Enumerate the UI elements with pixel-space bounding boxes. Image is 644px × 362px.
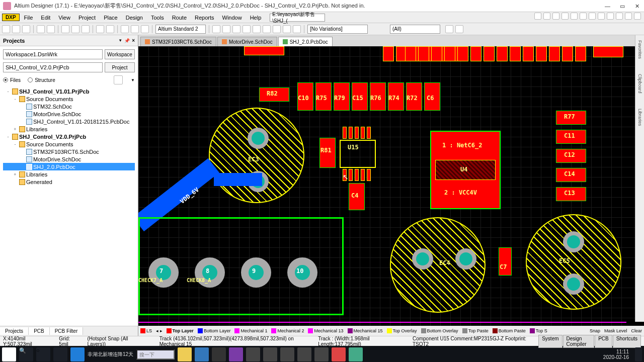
layer-mech13[interactable]: Mechanical 13	[308, 328, 343, 333]
tb-variations-combo[interactable]: [No Variations]	[307, 25, 368, 34]
tb-place-poly[interactable]	[283, 25, 291, 33]
layer-mech1[interactable]: Mechanical 1	[234, 328, 267, 333]
menu-view[interactable]: View	[55, 14, 74, 22]
tab-clipboard[interactable]: Clipboard	[637, 74, 642, 94]
task-icon[interactable]	[314, 347, 329, 361]
panel-pin-icon[interactable]: 📌	[124, 38, 130, 43]
tb-units[interactable]	[141, 25, 149, 33]
start-button[interactable]	[2, 347, 16, 361]
altium-icon[interactable]	[246, 347, 260, 361]
maximize-button[interactable]: ▭	[620, 3, 626, 9]
layer-mech15[interactable]: Mechanical 15	[348, 328, 383, 333]
onenote-icon[interactable]	[229, 347, 243, 361]
tb-place-track[interactable]	[232, 25, 240, 33]
menu-design[interactable]: Design	[122, 14, 146, 22]
task-icon[interactable]	[332, 347, 346, 361]
panel-drop-icon[interactable]: ▼	[118, 38, 122, 43]
ie-icon[interactable]	[195, 347, 209, 361]
tab-pcb-filter[interactable]: PCB Filter	[50, 327, 84, 335]
panel-close-icon[interactable]: ×	[132, 38, 135, 43]
edge-icon[interactable]	[70, 347, 85, 361]
tree-item[interactable]: -Source Documents	[3, 95, 135, 103]
tree-item[interactable]: STM32F103RCT6.SchDoc	[3, 148, 135, 155]
tb-filter-combo[interactable]: (All)	[390, 25, 440, 34]
project-button[interactable]: Project	[105, 62, 135, 72]
tb-icon[interactable]	[625, 13, 632, 20]
tb-undo[interactable]	[96, 25, 104, 33]
tb-place-dim[interactable]	[293, 25, 301, 33]
tb-icon[interactable]	[598, 13, 605, 20]
layer-bottom-overlay[interactable]: Bottom Overlay	[421, 328, 458, 333]
tb-icon[interactable]	[552, 13, 559, 20]
menu-help[interactable]: Help	[247, 14, 265, 22]
workspace-combo[interactable]: Workspace1.DsnWrk	[3, 49, 103, 59]
clear-button[interactable]: Clear	[631, 328, 642, 333]
tab-projects[interactable]: Projects	[0, 327, 29, 335]
tb-icon[interactable]	[580, 13, 587, 20]
layer-mech2[interactable]: Mechanical 2	[271, 328, 304, 333]
layer-bottom[interactable]: Bottom Layer	[198, 328, 231, 333]
pcb-canvas[interactable]: R82 C10 R75 R79 C15 R76 R74 R72 C6 R81 U…	[138, 46, 644, 326]
menu-reports[interactable]: Reports	[191, 14, 218, 22]
minimize-button[interactable]: —	[605, 3, 611, 9]
tree-item[interactable]: MotorDrive.SchDoc	[3, 155, 135, 163]
tb-icon[interactable]	[534, 13, 541, 20]
tb-new[interactable]	[2, 25, 10, 33]
sys-tab-pcb[interactable]: PCB	[595, 335, 612, 348]
tb-icon[interactable]	[616, 13, 623, 20]
mask-level-button[interactable]: Mask Level	[604, 328, 627, 333]
structure-radio[interactable]: Structure	[28, 77, 55, 83]
tb-zoom[interactable]	[47, 25, 55, 33]
doc-tab-motordrive[interactable]: MotorDrive.SchDoc	[217, 37, 277, 46]
search-button[interactable]: 🔍	[19, 347, 33, 361]
tb-copy[interactable]	[71, 25, 79, 33]
menu-window[interactable]: Window	[219, 14, 246, 22]
tb-refresh[interactable]	[445, 25, 453, 33]
workspace-button[interactable]: Workspace	[105, 49, 135, 59]
tb-redo[interactable]	[106, 25, 114, 33]
tb-place-text[interactable]	[263, 25, 271, 33]
tb-move[interactable]	[222, 25, 230, 33]
menu-file[interactable]: File	[21, 14, 37, 22]
tb-print[interactable]	[37, 25, 45, 33]
tree-item[interactable]: -SHJ_Control_V1.01.PrjPcb	[3, 87, 135, 95]
menu-route[interactable]: Route	[169, 14, 190, 22]
tree-item[interactable]: -SHJ_Control_V2.0.PrjPcb	[3, 133, 135, 140]
sys-tab-system[interactable]: System	[538, 335, 562, 348]
weather-widget[interactable]: 非湖北新增连降12天	[88, 351, 133, 358]
dxp-button[interactable]: DXP	[2, 14, 20, 21]
project-tree[interactable]: -SHJ_Control_V1.01.PrjPcb-Source Documen…	[3, 87, 135, 186]
tb-grid[interactable]	[121, 25, 129, 33]
tb-place-pad[interactable]	[253, 25, 261, 33]
tree-item[interactable]: MotorDrive.SchDoc	[3, 110, 135, 118]
tree-item[interactable]: SHJ_2.0.PcbDoc	[3, 163, 135, 170]
tb-paste[interactable]	[82, 25, 90, 33]
tb-icon[interactable]	[561, 13, 569, 20]
tab-libraries[interactable]: Libraries	[637, 109, 642, 126]
tb-cut[interactable]	[61, 25, 69, 33]
tb-icon[interactable]	[571, 13, 578, 20]
tree-item[interactable]: -Source Documents	[3, 140, 135, 148]
menu-edit[interactable]: Edit	[37, 14, 54, 22]
tb-icon[interactable]	[607, 13, 614, 20]
tb-select[interactable]	[212, 25, 220, 33]
notifications-icon[interactable]	[635, 347, 642, 361]
tb-snap[interactable]	[131, 25, 139, 33]
tree-item[interactable]: STM32.SchDoc	[3, 103, 135, 110]
layer-top-solder[interactable]: Top S	[530, 328, 547, 333]
menu-tools[interactable]: Tools	[147, 14, 168, 22]
tree-opts-icon[interactable]	[114, 75, 123, 84]
chrome-icon[interactable]	[178, 347, 192, 361]
tb-icon[interactable]	[543, 13, 550, 20]
snap-button[interactable]: Snap	[590, 328, 600, 333]
cortana-icon[interactable]: ○	[36, 347, 50, 361]
taskbar-clock[interactable]: 11:11 2020-02-16	[603, 349, 629, 360]
files-radio[interactable]: Files	[3, 77, 21, 83]
tab-pcb[interactable]: PCB	[29, 327, 50, 335]
tree-item[interactable]: Generated	[3, 178, 135, 186]
wechat-icon[interactable]	[349, 347, 363, 361]
doc-tab-stm32[interactable]: STM32F103RCT6.SchDoc	[140, 37, 216, 46]
project-path-field[interactable]: E:\leyaoyao\新零售\SHJ_(	[270, 14, 325, 22]
layer-top[interactable]: Top Layer	[167, 328, 194, 333]
menu-project[interactable]: Project	[75, 14, 99, 22]
